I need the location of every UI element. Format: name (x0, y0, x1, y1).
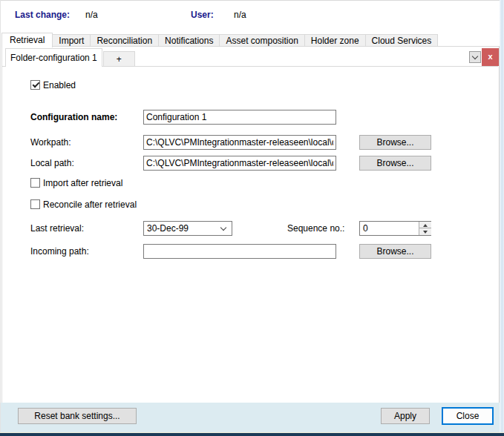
chevron-down-icon (220, 225, 226, 231)
reset-bank-settings-button[interactable]: Reset bank settings... (18, 408, 137, 424)
workpath-label: Workpath: (30, 135, 71, 150)
tab-notifications[interactable]: Notifications (158, 34, 220, 47)
config-tab-folder-configuration-1[interactable]: Folder-configuration 1 (5, 48, 102, 67)
arrow-down-icon (423, 231, 428, 234)
config-tabbar: Folder-configuration 1 + (5, 48, 135, 67)
reconcile-after-retrieval-label: Reconcile after retrieval (43, 199, 137, 210)
configuration-name-label: Configuration name: (30, 110, 117, 125)
main-tabbar: Retrieval Import Reconciliation Notifica… (1, 33, 437, 47)
import-after-retrieval-checkbox[interactable] (30, 178, 40, 188)
local-path-browse-button[interactable]: Browse... (359, 156, 431, 171)
remove-configuration-button[interactable]: x (482, 48, 499, 66)
config-tab-dropdown-button[interactable] (469, 51, 481, 63)
user-value: n/a (234, 9, 246, 21)
footer-bar: Reset bank settings... Apply Close (0, 403, 504, 432)
workpath-input[interactable] (143, 135, 336, 150)
last-retrieval-label: Last retrieval: (30, 221, 84, 236)
window-border-left (0, 0, 1, 432)
sequence-no-spinner[interactable]: 0 (359, 221, 431, 236)
spinner-down-button[interactable] (419, 228, 431, 235)
local-path-label: Local path: (30, 156, 74, 171)
import-after-retrieval-label: Import after retrieval (43, 178, 122, 188)
sequence-no-label: Sequence no.: (287, 221, 344, 236)
close-button[interactable]: Close (442, 407, 494, 425)
spinner-buttons (419, 222, 431, 235)
reconcile-after-retrieval-checkbox[interactable] (30, 199, 40, 209)
last-retrieval-combobox[interactable]: 30-Dec-99 (143, 221, 232, 236)
last-change-value: n/a (85, 9, 98, 21)
tab-retrieval[interactable]: Retrieval (1, 33, 53, 47)
spinner-up-button[interactable] (419, 222, 431, 228)
tab-reconciliation[interactable]: Reconciliation (90, 34, 159, 47)
window-border-bottom (0, 433, 504, 436)
last-change-label: Last change: (15, 9, 70, 21)
window-border-right (500, 0, 504, 432)
sequence-no-value: 0 (363, 222, 368, 234)
tab-cloud-services[interactable]: Cloud Services (365, 34, 439, 47)
incoming-path-browse-button[interactable]: Browse... (359, 244, 431, 259)
incoming-path-input[interactable] (143, 244, 336, 259)
enabled-checkbox[interactable] (30, 80, 40, 90)
chevron-down-icon (472, 53, 478, 59)
tab-holder-zone[interactable]: Holder zone (304, 34, 366, 47)
enabled-label: Enabled (43, 80, 76, 90)
arrow-up-icon (423, 224, 428, 227)
local-path-input[interactable] (143, 156, 336, 171)
add-configuration-tab[interactable]: + (103, 51, 135, 67)
configuration-name-input[interactable] (143, 110, 336, 125)
retrieval-panel: Folder-configuration 1 + x Enabled Confi… (1, 46, 500, 403)
tab-import[interactable]: Import (52, 34, 91, 47)
incoming-path-label: Incoming path: (30, 244, 89, 259)
bank-settings-dialog: Last change: n/a User: n/a Retrieval Imp… (0, 0, 504, 436)
apply-button[interactable]: Apply (381, 408, 430, 424)
window-border-top (0, 0, 504, 1)
tab-asset-composition[interactable]: Asset composition (219, 34, 304, 47)
workpath-browse-button[interactable]: Browse... (359, 135, 431, 150)
user-label: User: (191, 9, 214, 21)
last-retrieval-value: 30-Dec-99 (147, 223, 189, 234)
